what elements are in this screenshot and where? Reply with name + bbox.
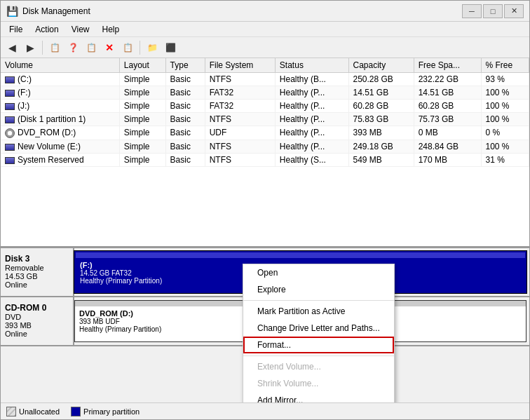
col-status[interactable]: Status	[275, 58, 348, 73]
cell-volume: DVD_ROM (D:)	[1, 126, 119, 140]
cell-type: Basic	[165, 73, 205, 86]
ctx-format[interactable]: Format...	[243, 337, 394, 353]
lower-pane[interactable]: Disk 3 Removable 14.53 GB Online (F:) 14…	[1, 248, 529, 402]
main-content: Volume Layout Type File System Status Ca…	[1, 58, 529, 402]
cell-free: 60.28 GB	[414, 100, 481, 113]
cell-capacity: 393 MB	[348, 126, 414, 140]
toolbar-forward[interactable]: ▶	[22, 39, 39, 56]
table-row[interactable]: (C:) Simple Basic NTFS Healthy (B... 250…	[1, 73, 529, 86]
table-row[interactable]: New Volume (E:) Simple Basic NTFS Health…	[1, 140, 529, 153]
partition-header-f	[76, 252, 525, 258]
cell-capacity: 60.28 GB	[348, 100, 414, 113]
table-row[interactable]: System Reserved Simple Basic NTFS Health…	[1, 153, 529, 166]
disk-type-cdrom: DVD	[5, 313, 69, 321]
close-button[interactable]: ✕	[504, 4, 524, 18]
ctx-mirror[interactable]: Add Mirror...	[243, 392, 394, 402]
toolbar-action3[interactable]: 📋	[119, 39, 136, 56]
disk-size-3: 14.53 GB	[5, 272, 69, 280]
cell-fs: NTFS	[205, 153, 275, 166]
toolbar-delete[interactable]: ✕	[101, 39, 118, 56]
table-row[interactable]: DVD_ROM (D:) Simple Basic UDF Healthy (P…	[1, 126, 529, 140]
cell-fs: NTFS	[205, 140, 275, 153]
cell-fs: FAT32	[205, 100, 275, 113]
cell-pct: 31 %	[481, 153, 529, 166]
cell-status: Healthy (S...	[275, 153, 348, 166]
cell-status: Healthy (P...	[275, 86, 348, 100]
cell-type: Basic	[165, 86, 205, 100]
disk-size-cdrom: 393 MB	[5, 321, 69, 330]
cell-capacity: 75.83 GB	[348, 113, 414, 126]
cell-pct: 100 %	[481, 140, 529, 153]
cell-capacity: 549 MB	[348, 153, 414, 166]
cell-volume: (F:)	[1, 86, 119, 100]
cell-pct: 100 %	[481, 86, 529, 100]
toolbar-folder2[interactable]: ⬛	[162, 39, 179, 56]
cell-volume: System Reserved	[1, 153, 119, 166]
cell-free: 0 MB	[414, 126, 481, 140]
cell-free: 14.51 GB	[414, 86, 481, 100]
cell-status: Healthy (P...	[275, 100, 348, 113]
cell-type: Basic	[165, 100, 205, 113]
minimize-button[interactable]: ─	[462, 4, 482, 18]
col-volume[interactable]: Volume	[1, 58, 119, 73]
ctx-change-letter[interactable]: Change Drive Letter and Paths...	[243, 320, 394, 337]
cell-layout: Simple	[119, 100, 165, 113]
cell-type: Basic	[165, 140, 205, 153]
disk-name-cdrom: CD-ROM 0	[5, 303, 69, 313]
cell-layout: Simple	[119, 113, 165, 126]
upper-pane: Volume Layout Type File System Status Ca…	[1, 58, 529, 248]
cell-type: Basic	[165, 126, 205, 140]
cell-fs: FAT32	[205, 86, 275, 100]
disk-label-cdrom: CD-ROM 0 DVD 393 MB Online	[1, 297, 74, 345]
table-row[interactable]: (J:) Simple Basic FAT32 Healthy (P... 60…	[1, 100, 529, 113]
col-layout[interactable]: Layout	[119, 58, 165, 73]
menu-view[interactable]: View	[66, 23, 95, 36]
context-menu: Open Explore Mark Partition as Active Ch…	[243, 264, 395, 402]
window-icon: 💾	[6, 6, 18, 17]
col-filesystem[interactable]: File System	[205, 58, 275, 73]
ctx-mark-active[interactable]: Mark Partition as Active	[243, 303, 394, 320]
menu-bar: File Action View Help	[1, 22, 529, 37]
ctx-open[interactable]: Open	[243, 264, 394, 281]
cell-capacity: 14.51 GB	[348, 86, 414, 100]
window-title: Disk Management	[22, 6, 90, 16]
toolbar-back[interactable]: ◀	[4, 39, 20, 56]
cell-layout: Simple	[119, 140, 165, 153]
ctx-extend: Extend Volume...	[243, 358, 394, 375]
cell-volume: New Volume (E:)	[1, 140, 119, 153]
title-bar-buttons: ─ □ ✕	[462, 4, 524, 18]
toolbar-folder1[interactable]: 📁	[144, 39, 161, 56]
legend-unallocated: Unallocated	[6, 407, 60, 416]
cell-free: 170 MB	[414, 153, 481, 166]
legend-box-unalloc	[6, 407, 16, 416]
disk-label-3: Disk 3 Removable 14.53 GB Online	[1, 248, 74, 296]
table-row[interactable]: (F:) Simple Basic FAT32 Healthy (P... 14…	[1, 86, 529, 100]
cell-type: Basic	[165, 113, 205, 126]
cell-status: Healthy (P...	[275, 140, 348, 153]
toolbar-help[interactable]: ❓	[64, 39, 81, 56]
cell-fs: NTFS	[205, 73, 275, 86]
cell-status: Healthy (B...	[275, 73, 348, 86]
col-capacity[interactable]: Capacity	[348, 58, 414, 73]
menu-action[interactable]: Action	[29, 23, 64, 36]
table-row[interactable]: (Disk 1 partition 1) Simple Basic NTFS H…	[1, 113, 529, 126]
cell-layout: Simple	[119, 153, 165, 166]
menu-file[interactable]: File	[4, 23, 28, 36]
toolbar-action1[interactable]: 📋	[46, 39, 63, 56]
toolbar-action2[interactable]: 📋	[83, 39, 100, 56]
menu-help[interactable]: Help	[97, 23, 125, 36]
col-freespace[interactable]: Free Spa...	[414, 58, 481, 73]
col-type[interactable]: Type	[165, 58, 205, 73]
legend-label-unalloc: Unallocated	[19, 407, 60, 416]
main-window: 💾 Disk Management ─ □ ✕ File Action View…	[0, 0, 530, 420]
maximize-button[interactable]: □	[483, 4, 503, 18]
title-bar-left: 💾 Disk Management	[6, 6, 90, 17]
cell-free: 248.84 GB	[414, 140, 481, 153]
status-bar: Unallocated Primary partition	[1, 402, 529, 419]
ctx-explore[interactable]: Explore	[243, 281, 394, 298]
table-header-row: Volume Layout Type File System Status Ca…	[1, 58, 529, 73]
cell-capacity: 249.18 GB	[348, 140, 414, 153]
legend-label-primary: Primary partition	[83, 407, 140, 416]
cell-layout: Simple	[119, 126, 165, 140]
col-pctfree[interactable]: % Free	[481, 58, 529, 73]
